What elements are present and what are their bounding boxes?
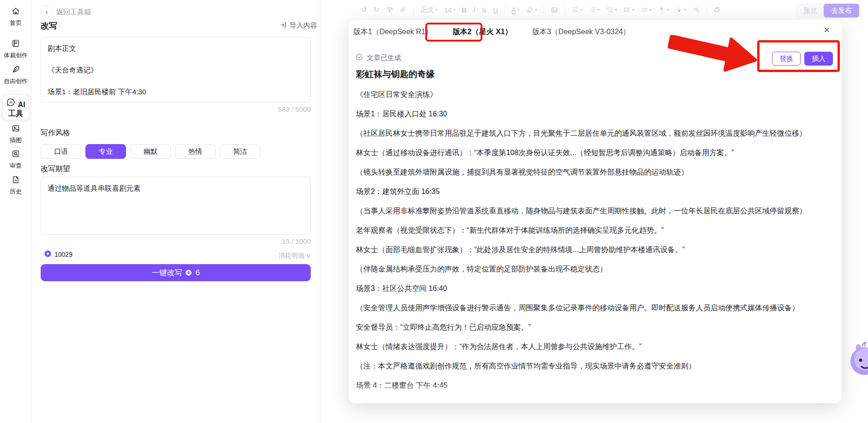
generation-status: 文章已生成 <box>356 53 401 62</box>
article-paragraph: 场景1：居民楼入口处 16:30 <box>356 110 834 118</box>
editor-toolbar: ↺ ↻ 正文▾ 14▾ B I S U A▾ ▾ ▾ ▾ ▾ ▾ ▾ ▾ ▾ <box>361 3 721 16</box>
highlight-button[interactable]: ▾ <box>526 6 537 13</box>
article-paragraph: 林女士（通过移动设备进行通讯）：“本季度第108次身份认证失效...（经短暂思考… <box>356 149 834 157</box>
article-title: 彩虹袜与钥匙的奇缘 <box>356 68 435 80</box>
back-button[interactable]: ‹ <box>41 6 53 18</box>
clear-format-icon[interactable] <box>399 6 407 13</box>
insert-button[interactable]: 插入 <box>804 52 833 66</box>
sidebar-item-genre-writing[interactable]: 体裁创作 <box>0 39 31 60</box>
import-icon <box>280 21 287 30</box>
sidebar-item-label: 历史 <box>0 187 31 196</box>
coin-icon <box>185 269 192 276</box>
indent-increase-button[interactable]: ▾ <box>658 6 669 13</box>
copy-button[interactable] <box>713 6 721 13</box>
chevron-down-icon: ▾ <box>535 7 537 12</box>
rewrite-cost: 6 <box>195 268 199 277</box>
font-color-button[interactable]: A▾ <box>512 6 520 14</box>
ordered-list-button[interactable]: ▾ <box>606 6 617 13</box>
sidebar-item-free-writing[interactable]: 自由创作 <box>0 65 31 85</box>
one-click-rewrite-button[interactable]: 一键改写 6 <box>41 264 311 281</box>
sidebar-item-ai-tools[interactable]: AI AI工具 <box>2 94 29 120</box>
strikethrough-button[interactable]: S <box>482 6 487 14</box>
expectation-counter: 13 / 1000 <box>282 237 311 245</box>
chevron-down-icon: ▾ <box>453 7 455 12</box>
toolbar-separator <box>565 6 565 14</box>
chevron-down-icon: ▾ <box>580 7 583 12</box>
home-icon <box>11 6 20 17</box>
history-file-icon <box>11 175 20 185</box>
chevron-down-icon: ▾ <box>597 7 600 12</box>
credit-balance-badge[interactable]: 10029 <box>41 248 78 261</box>
toolbar-separator <box>413 6 414 14</box>
article-paragraph: 安全督导员：“立即终止高危行为！已启动应急预案。” <box>356 323 834 332</box>
italic-button[interactable]: I <box>473 6 476 14</box>
replace-button[interactable]: 替换 <box>772 52 801 66</box>
ai-tools-icon: AI <box>6 101 18 109</box>
preview-button[interactable]: 预览 <box>796 4 824 18</box>
svg-text:AI: AI <box>9 101 12 104</box>
image-icon <box>11 124 20 134</box>
article-body: 《住宅区日常安全演练》 场景1：居民楼入口处 16:30 （社区居民林女士携带日… <box>356 91 834 399</box>
sidebar-item-history[interactable]: 历史 <box>0 175 31 196</box>
paragraph-style-select[interactable]: 正文▾ <box>420 6 438 14</box>
consume-detail-toggle[interactable]: 消耗明细 ∨ <box>278 252 311 260</box>
toolbar-separator <box>505 6 505 14</box>
sidebar-item-label: 体裁创作 <box>0 51 31 60</box>
chevron-down-icon: ▾ <box>684 7 687 12</box>
sidebar-divider <box>10 91 22 91</box>
review-icon <box>11 149 20 159</box>
expectation-textarea[interactable]: 通过物品等道具串联喜剧元素 <box>41 177 311 235</box>
source-textarea[interactable]: 剧本正文 《天台奇遇记》 场景1：老旧居民楼前 下午4:30 <box>41 37 311 103</box>
style-option-humorous[interactable]: 幽默 <box>130 144 171 159</box>
sidebar-item-label: 审查 <box>0 162 31 170</box>
import-label: 导入内容 <box>289 21 317 30</box>
paragraph-style-value: 正文 <box>420 6 434 14</box>
article-paragraph: （当事人采用非标准攀附姿势沿管道系统垂直移动，随身物品与建筑表面产生周期性接触。… <box>356 207 834 215</box>
generated-versions-modal: 版本1（DeepSeek R1） 版本2（星火 X1） 版本3（DeepSeek… <box>349 20 842 403</box>
article-paragraph: 《住宅区日常安全演练》 <box>356 91 834 99</box>
align-left-button[interactable]: ▾ <box>572 6 583 13</box>
chevron-down-icon: ▾ <box>435 7 438 12</box>
chevron-down-icon: ∨ <box>306 252 311 259</box>
undo-icon[interactable]: ↺ <box>361 6 367 14</box>
sidebar-item-review[interactable]: 审查 <box>0 149 31 170</box>
style-option-enthusiastic[interactable]: 热情 <box>175 144 216 159</box>
chevron-down-icon: ▾ <box>615 7 617 12</box>
redo-icon[interactable]: ↻ <box>374 6 380 14</box>
unordered-list-button[interactable]: ▾ <box>589 6 600 13</box>
format-painter-icon[interactable] <box>386 6 393 13</box>
sidebar-item-home[interactable]: 首页 <box>0 6 31 27</box>
tab-version-1[interactable]: 版本1（DeepSeek R1） <box>353 27 433 37</box>
chevron-down-icon: ▾ <box>667 7 669 12</box>
line-height-button[interactable]: ▾ <box>623 6 634 13</box>
paragraph-spacing-button[interactable]: ▾ <box>641 6 652 13</box>
font-color-glyph: A <box>512 6 516 14</box>
underline-button[interactable]: U <box>493 6 498 14</box>
tab-version-2[interactable]: 版本2（星火 X1） <box>453 27 512 37</box>
style-option-concise[interactable]: 简洁 <box>220 144 260 159</box>
sidebar-item-label: 首页 <box>0 19 31 27</box>
article-scene-heading: 场景 4：二楼窗台 下午 4:45 <box>356 381 834 390</box>
article-paragraph: （注：本文严格遵循戏剧创作规范，所有高空作业情节均需专业指导，现实场景中请务必遵… <box>356 362 834 370</box>
tab-version-3[interactable]: 版本3（DeepSeek V3-0324） <box>532 27 630 37</box>
sidebar-item-illustration[interactable]: 插图 <box>0 124 31 145</box>
publish-button[interactable]: 去发布 <box>824 4 859 18</box>
insert-image-button[interactable] <box>550 6 558 14</box>
assistant-mascot[interactable] <box>849 341 868 377</box>
import-content-button[interactable]: 导入内容 <box>280 21 350 30</box>
close-icon[interactable]: × <box>824 24 830 36</box>
sidebar-divider <box>10 31 22 32</box>
status-text: 文章已生成 <box>367 54 401 62</box>
toolbar-separator <box>706 6 707 14</box>
font-size-value: 14 <box>444 6 452 14</box>
font-size-select[interactable]: 14▾ <box>444 6 455 14</box>
bold-button[interactable]: B <box>462 6 467 14</box>
rewrite-expectation-label: 改写期望 <box>41 164 70 174</box>
style-option-colloquial[interactable]: 口语 <box>41 144 81 159</box>
indent-decrease-button[interactable]: ▾ <box>675 6 687 13</box>
find-replace-button[interactable] <box>693 6 700 13</box>
book-icon <box>11 39 20 49</box>
back-to-toolbox-label[interactable]: 返回工具箱 <box>56 8 91 17</box>
chevron-down-icon: ▾ <box>632 7 634 12</box>
style-option-professional[interactable]: 专业 <box>85 144 126 159</box>
